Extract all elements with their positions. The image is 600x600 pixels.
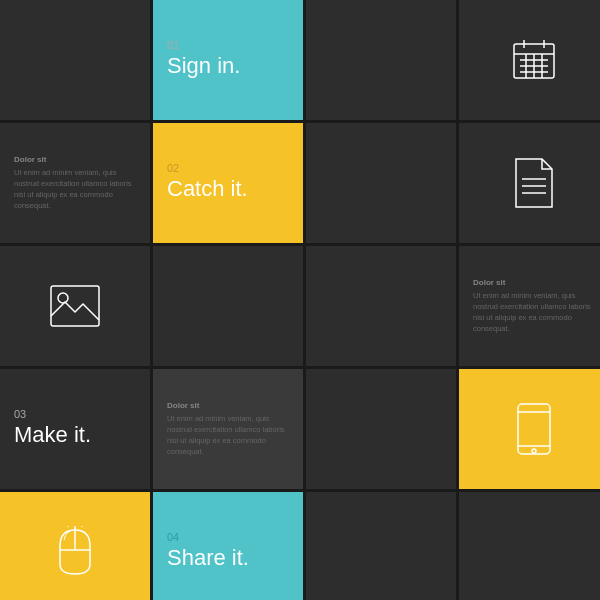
body-text-title-2: Dolor sit (473, 278, 505, 287)
cell-mouse (0, 492, 150, 600)
cell-document (459, 123, 600, 243)
step2-num: 02 (167, 162, 179, 175)
cell-r4c2: Dolor sit Ut enim ad minim veniam, quis … (153, 369, 303, 489)
cell-signin: 01 Sign in. (153, 0, 303, 120)
cell-r5c4 (459, 492, 600, 600)
cell-makeit: 03 Make it. (0, 369, 150, 489)
step3-title: Make it. (14, 421, 91, 450)
mouse-icon (56, 526, 94, 578)
body-text-title-3: Dolor sit (167, 401, 199, 410)
cell-picture (0, 246, 150, 366)
body-text-title-1: Dolor sit (14, 155, 46, 164)
cell-r2c3 (306, 123, 456, 243)
cell-phone (459, 369, 600, 489)
cell-r4c3 (306, 369, 456, 489)
step2-title: Catch it. (167, 175, 248, 204)
cell-r1c3 (306, 0, 456, 120)
cell-r3c3 (306, 246, 456, 366)
cell-r3c2 (153, 246, 303, 366)
step1-title: Sign in. (167, 52, 240, 81)
body-text-1: Ut enim ad minim veniam, quis nostrud ex… (14, 167, 136, 212)
step4-num: 04 (167, 531, 179, 544)
svg-point-14 (58, 293, 68, 303)
phone-icon (516, 402, 552, 456)
body-text-3: Ut enim ad minim veniam, quis nostrud ex… (167, 413, 289, 458)
document-icon (512, 157, 556, 209)
cell-r3c4: Dolor sit Ut enim ad minim veniam, quis … (459, 246, 600, 366)
cell-catchit: 02 Catch it. (153, 123, 303, 243)
svg-point-18 (532, 449, 536, 453)
picture-icon (49, 284, 101, 328)
cell-calendar (459, 0, 600, 120)
cell-r1c1 (0, 0, 150, 120)
step3-num: 03 (14, 408, 26, 421)
cell-shareit: 04 Share it. (153, 492, 303, 600)
step4-title: Share it. (167, 544, 249, 573)
svg-rect-13 (51, 286, 99, 326)
step1-num: 01 (167, 39, 179, 52)
cell-r2c1: Dolor sit Ut enim ad minim veniam, quis … (0, 123, 150, 243)
calendar-icon (510, 36, 558, 84)
main-grid: 01 Sign in. Dolor sit Ut enim ad minim v… (0, 0, 600, 600)
cell-r5c3 (306, 492, 456, 600)
body-text-2: Ut enim ad minim veniam, quis nostrud ex… (473, 290, 595, 335)
